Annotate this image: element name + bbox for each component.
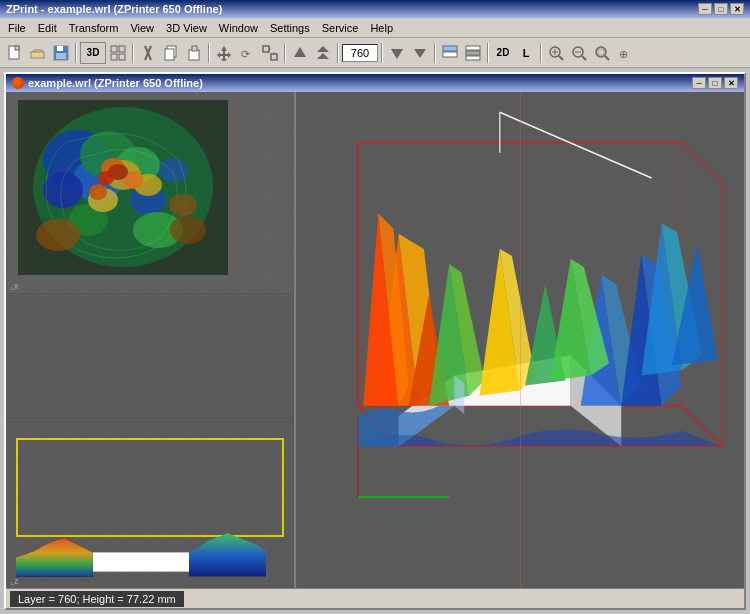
svg-rect-30	[466, 46, 480, 50]
layers-button[interactable]	[439, 42, 461, 64]
2d-button[interactable]: 2D	[492, 42, 514, 64]
rotate-button[interactable]: ⟳	[236, 42, 258, 64]
svg-rect-18	[263, 46, 269, 52]
bottom-viewport[interactable]: ⌞z	[6, 423, 294, 588]
inner-title-bar: example.wrl (ZPrinter 650 Offline) ─ □ ✕	[6, 74, 744, 92]
cut-button[interactable]	[137, 42, 159, 64]
open-button[interactable]	[27, 42, 49, 64]
main-content: example.wrl (ZPrinter 650 Offline) ─ □ ✕	[0, 68, 750, 614]
svg-point-40	[596, 47, 606, 57]
inner-minimize-button[interactable]: ─	[692, 77, 706, 89]
toolbar: 3D ⟳	[0, 38, 750, 68]
svg-point-62	[98, 171, 114, 185]
new-button[interactable]	[4, 42, 26, 64]
menu-service[interactable]: Service	[316, 18, 365, 37]
toolbar-sep-6	[381, 43, 383, 63]
svg-rect-13	[165, 49, 174, 60]
svg-rect-9	[119, 54, 125, 60]
svg-rect-4	[57, 46, 63, 51]
window-icon	[12, 77, 24, 89]
title-bar-controls: ─ □ ✕	[698, 3, 744, 15]
svg-line-38	[582, 56, 586, 60]
copy-button[interactable]	[160, 42, 182, 64]
toolbar-sep-3	[208, 43, 210, 63]
toolbar-sep-9	[540, 43, 542, 63]
toolbar-sep-5	[337, 43, 339, 63]
paste-button[interactable]	[183, 42, 205, 64]
scale-button[interactable]	[259, 42, 281, 64]
down-arrows-button[interactable]	[386, 42, 408, 64]
layer-info-text: Layer = 760; Height = 77.22 mm	[18, 593, 176, 605]
inner-title-controls: ─ □ ✕	[692, 77, 738, 89]
svg-rect-7	[119, 46, 125, 52]
svg-marker-22	[294, 47, 306, 57]
menu-edit[interactable]: Edit	[32, 18, 63, 37]
menu-view[interactable]: View	[124, 18, 160, 37]
save-button[interactable]	[50, 42, 72, 64]
inner-window: example.wrl (ZPrinter 650 Offline) ─ □ ✕	[4, 72, 746, 610]
menu-window[interactable]: Window	[213, 18, 264, 37]
menu-file[interactable]: File	[2, 18, 32, 37]
svg-point-50	[158, 158, 188, 182]
menu-3dview[interactable]: 3D View	[160, 18, 213, 37]
toolbar-sep-1	[75, 43, 77, 63]
move-button[interactable]	[213, 42, 235, 64]
l-button[interactable]: L	[515, 42, 537, 64]
svg-marker-16	[217, 46, 231, 61]
menu-settings[interactable]: Settings	[264, 18, 316, 37]
svg-rect-15	[192, 46, 197, 51]
svg-rect-31	[466, 51, 480, 55]
viewport-area: ⌞x	[6, 92, 744, 588]
left-panel: ⌞x	[6, 92, 296, 588]
3d-button[interactable]: 3D	[80, 42, 106, 64]
down-arrow-button[interactable]	[409, 42, 431, 64]
crosshair-v	[520, 92, 521, 588]
minimize-button[interactable]: ─	[698, 3, 712, 15]
inner-close-button[interactable]: ✕	[724, 77, 738, 89]
top-view-terrain	[18, 100, 228, 275]
inner-window-title: example.wrl (ZPrinter 650 Offline)	[28, 77, 203, 89]
zoom-in-button[interactable]	[545, 42, 567, 64]
inner-maximize-button[interactable]: □	[708, 77, 722, 89]
double-up-button[interactable]	[312, 42, 334, 64]
menu-help[interactable]: Help	[364, 18, 399, 37]
svg-text:⟳: ⟳	[241, 48, 250, 60]
middle-viewport[interactable]	[6, 294, 294, 423]
toolbar-sep-2	[132, 43, 134, 63]
svg-rect-42	[598, 49, 604, 55]
svg-rect-8	[111, 54, 117, 60]
app-title: ZPrint - example.wrl (ZPrinter 650 Offli…	[6, 3, 222, 15]
layers2-button[interactable]	[462, 42, 484, 64]
svg-rect-28	[443, 46, 457, 51]
main-3d-viewport[interactable]	[296, 92, 744, 588]
top-axis-label: ⌞x	[10, 281, 19, 291]
toolbar-sep-8	[487, 43, 489, 63]
maximize-button[interactable]: □	[714, 3, 728, 15]
title-bar: ZPrint - example.wrl (ZPrinter 650 Offli…	[0, 0, 750, 18]
svg-rect-6	[111, 46, 117, 52]
svg-rect-32	[466, 56, 480, 60]
extra-button[interactable]: ⊕	[614, 42, 636, 64]
grid-button[interactable]	[107, 42, 129, 64]
zoom-fit-button[interactable]	[591, 42, 613, 64]
svg-rect-19	[271, 54, 277, 60]
svg-marker-24	[317, 53, 329, 59]
svg-point-63	[36, 219, 80, 251]
svg-rect-2	[31, 52, 44, 58]
svg-point-64	[170, 216, 206, 244]
front-view-terrain	[16, 520, 266, 580]
bot-axis-label: ⌞z	[10, 576, 19, 586]
menu-bar: File Edit Transform View 3D View Window …	[0, 18, 750, 38]
close-button[interactable]: ✕	[730, 3, 744, 15]
menu-transform[interactable]: Transform	[63, 18, 125, 37]
grid-overlay-mid	[6, 294, 294, 422]
up-arrow-button[interactable]	[289, 42, 311, 64]
svg-point-65	[169, 194, 197, 216]
toolbar-sep-7	[434, 43, 436, 63]
layer-input[interactable]	[342, 44, 378, 62]
zoom-out-button[interactable]	[568, 42, 590, 64]
top-viewport[interactable]: ⌞x	[6, 92, 294, 294]
svg-marker-23	[317, 46, 329, 52]
status-bar: Layer = 760; Height = 77.22 mm	[6, 588, 744, 608]
svg-line-41	[605, 56, 609, 60]
